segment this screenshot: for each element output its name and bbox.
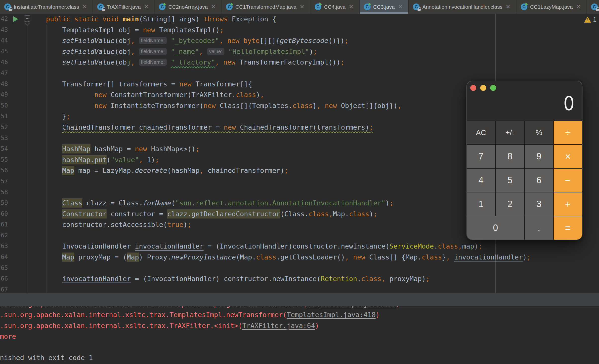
calculator-window[interactable]: 0 AC+/-%÷789×456−123+0.= <box>467 81 582 240</box>
code-token <box>46 48 62 55</box>
line-number[interactable]: 55 <box>0 154 8 165</box>
code-token: ()}) <box>328 37 344 44</box>
code-line: InvocationHandler invocationHandler = (I… <box>46 241 531 252</box>
line-number[interactable]: 42 <box>0 14 8 25</box>
code-token: map = LazyMap. <box>74 167 135 174</box>
tab-close-icon[interactable]: ✕ <box>82 4 87 10</box>
line-number[interactable]: 46 <box>0 57 8 68</box>
run-icon[interactable] <box>13 16 18 22</box>
calc-key-3[interactable]: 3 <box>525 192 553 216</box>
code-token <box>46 91 94 99</box>
line-number[interactable]: 47 <box>0 68 8 79</box>
calc-key-×[interactable]: × <box>554 145 582 168</box>
line-number[interactable]: 50 <box>0 100 8 111</box>
line-number[interactable]: 56 <box>0 165 8 176</box>
tab-close-icon[interactable]: ✕ <box>211 4 216 10</box>
calc-key-9[interactable]: 9 <box>525 145 553 168</box>
console-separator[interactable] <box>0 293 599 306</box>
line-number[interactable]: 51 <box>0 111 8 122</box>
code-token: ; <box>369 123 373 131</box>
calc-key-1[interactable]: 1 <box>467 192 495 216</box>
line-number[interactable]: 64 <box>0 252 8 263</box>
code-token: .getClassLoader() <box>276 253 345 261</box>
line-number[interactable]: 59 <box>0 198 8 209</box>
calc-key-0[interactable]: 0 <box>467 216 524 240</box>
line-number[interactable]: 57 <box>0 176 8 187</box>
minimize-button[interactable] <box>480 85 486 91</box>
tab-TrAXFilter.java[interactable]: CTrAXFilter.java✕ <box>93 0 155 14</box>
calc-key-4[interactable]: 4 <box>467 169 495 192</box>
line-number[interactable]: 65 <box>0 263 8 274</box>
calc-key-−[interactable]: − <box>554 169 582 192</box>
line-number[interactable]: 44 <box>0 35 8 46</box>
code-token: Class[] {Map. <box>365 253 422 261</box>
line-number[interactable]: 58 <box>0 187 8 198</box>
line-number[interactable]: 52 <box>0 122 8 133</box>
line-number[interactable]: 43 <box>0 25 8 36</box>
line-number[interactable]: 53 <box>0 133 8 144</box>
tab-CC1TransformedMap.java[interactable]: CCC1TransformedMap.java✕ <box>222 0 310 14</box>
tab-close-icon[interactable]: ✕ <box>349 4 353 10</box>
stack-trace-link[interactable]: TrAXFilter.java:64 <box>242 322 315 329</box>
calc-key-+[interactable]: + <box>554 192 582 216</box>
line-number[interactable]: 49 <box>0 89 8 100</box>
code-token: clazz = Class. <box>82 199 143 207</box>
line-number[interactable]: 48 <box>0 79 8 90</box>
tab-close-icon[interactable]: ✕ <box>300 4 304 10</box>
code-token <box>135 48 139 55</box>
inspection-warning-badge[interactable]: 1 <box>584 16 597 23</box>
line-number[interactable]: 45 <box>0 46 8 57</box>
console-line: ... 8 more <box>0 331 400 342</box>
line-number[interactable]: 63 <box>0 241 8 252</box>
code-token: new <box>223 58 239 66</box>
tab-label: TrAXFilter.java <box>107 4 141 10</box>
code-token <box>167 58 171 66</box>
calc-key-7[interactable]: 7 <box>467 145 495 168</box>
runnable-java-file-icon: C <box>315 3 321 10</box>
tab-CC1LazyMap.java[interactable]: CCC1LazyMap.java✕ <box>516 0 587 14</box>
line-number[interactable]: 67 <box>0 284 8 293</box>
calc-key-÷[interactable]: ÷ <box>554 121 582 144</box>
tab-CC3.java[interactable]: CCC3.java✕ <box>360 0 409 14</box>
line-number[interactable]: 66 <box>0 273 8 284</box>
code-token: ; <box>341 58 344 66</box>
lock-icon <box>596 9 599 11</box>
calc-key-AC[interactable]: AC <box>467 121 495 144</box>
code-token: ChainedTransformer(transformers) <box>236 123 369 131</box>
calc-key-8[interactable]: 8 <box>496 145 524 168</box>
tab-close-icon[interactable]: ✕ <box>576 4 581 10</box>
tab-close-icon[interactable]: ✕ <box>398 4 403 10</box>
class-file-icon: C <box>4 3 11 10</box>
calc-key-=[interactable]: = <box>554 216 582 240</box>
code-line: invocationHandler = (InvocationHandler) … <box>46 273 531 284</box>
code-token: , <box>317 102 321 109</box>
fold-collapse-icon[interactable]: − <box>24 15 30 22</box>
code-token: decorate <box>135 167 167 174</box>
line-number[interactable]: 54 <box>0 144 8 154</box>
line-number[interactable]: 61 <box>0 219 8 230</box>
line-number[interactable]: 62 <box>0 230 8 241</box>
tab-InstantiateTransformer.class[interactable]: CInstantiateTransformer.class✕ <box>0 0 93 14</box>
line-number[interactable]: 60 <box>0 209 8 219</box>
calc-key-6[interactable]: 6 <box>525 169 553 192</box>
calc-key-.[interactable]: . <box>525 216 553 240</box>
code-token: new <box>325 102 337 109</box>
tab-partial[interactable]: C <box>587 0 599 14</box>
code-token: Map <box>62 253 74 262</box>
code-line: Map proxyMap = (Map) Proxy.newProxyInsta… <box>46 252 531 263</box>
tab-CC4.java[interactable]: CCC4.java✕ <box>310 0 360 14</box>
editor-gutter[interactable]: 4243444546474849505152535455565758596061… <box>0 14 8 293</box>
calc-key-5[interactable]: 5 <box>496 169 524 192</box>
close-button[interactable] <box>470 85 476 91</box>
tab-AnnotationInvocationHandler.class[interactable]: CAnnotationInvocationHandler.class✕ <box>409 0 516 14</box>
tab-close-icon[interactable]: ✕ <box>144 4 149 10</box>
code-token: class <box>422 253 442 261</box>
zoom-button[interactable] <box>490 85 496 91</box>
calc-key-+/-[interactable]: +/- <box>496 121 524 144</box>
calc-key-2[interactable]: 2 <box>496 192 524 216</box>
calc-key-%[interactable]: % <box>525 121 553 144</box>
tab-CC2noArray.java[interactable]: CCC2noArray.java✕ <box>155 0 222 14</box>
stack-trace-link[interactable]: TemplatesImpl.java:418 <box>287 311 376 319</box>
tab-close-icon[interactable]: ✕ <box>506 4 510 10</box>
code-token: invocationHandler <box>454 253 523 261</box>
